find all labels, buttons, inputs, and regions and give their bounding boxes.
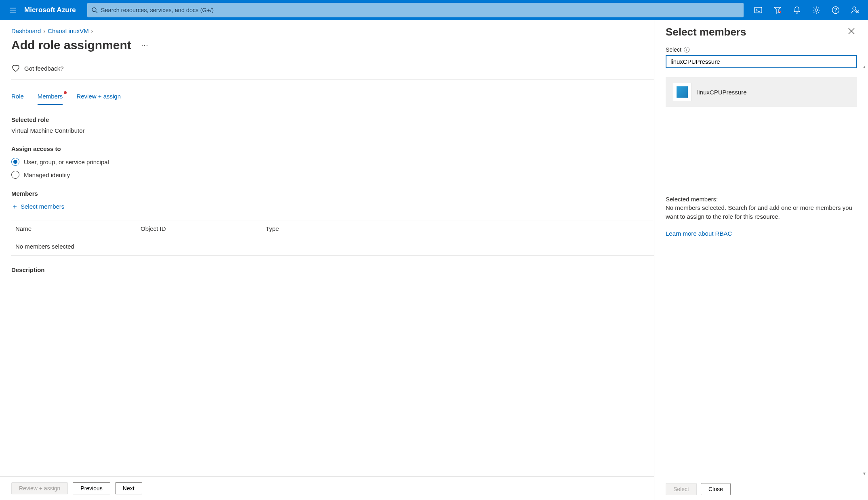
selected-members-block: Selected members: No members selected. S… [666,196,857,237]
radio-label-1: User, group, or service principal [24,159,109,165]
close-icon [848,27,855,35]
breadcrumb-resource[interactable]: ChaosLinuxVM [48,27,89,34]
result-avatar [673,83,691,101]
select-members-text: Select members [21,203,64,210]
account-icon [851,6,860,14]
search-icon [91,7,98,13]
select-field-text: Select [666,46,681,53]
panel-title: Select members [666,26,746,38]
info-icon[interactable]: i [684,47,689,52]
svg-line-1 [96,11,97,13]
member-search-input[interactable] [666,55,857,68]
svg-point-7 [853,7,856,10]
selected-members-message: No members selected. Search for and add … [666,203,857,221]
panel-header: Select members [654,20,868,42]
result-name: linuxCPUPressure [697,89,747,96]
learn-more-rbac-link[interactable]: Learn more about RBAC [666,230,732,237]
radio-selected-icon [11,158,19,166]
help-icon [832,6,840,14]
panel-scrollbar[interactable]: ▲ ▼ [862,65,867,273]
svg-point-6 [835,12,836,13]
col-object-id: Object ID [141,225,266,232]
panel-close-button[interactable] [846,26,857,36]
account-button[interactable] [845,0,865,20]
heart-icon [11,64,20,72]
svg-rect-2 [755,7,762,13]
app-icon [677,86,688,98]
settings-button[interactable] [807,0,826,20]
panel-body: Select i linuxCPUPressure Selected membe… [654,42,868,273]
global-search[interactable] [87,3,744,17]
brand-label[interactable]: Microsoft Azure [23,6,82,14]
svg-point-0 [92,8,96,12]
more-actions-button[interactable]: ⋯ [139,39,151,51]
hamburger-menu[interactable] [3,0,23,20]
tab-role[interactable]: Role [11,91,24,105]
topbar: Microsoft Azure [0,0,868,20]
svg-point-4 [815,9,818,11]
cloud-shell-icon [754,7,762,13]
chevron-right-icon: › [91,28,93,34]
radio-label-2: Managed identity [24,172,70,178]
topbar-actions [748,0,865,20]
attention-dot-icon [64,91,67,94]
feedback-label: Got feedback? [24,65,64,72]
cloud-shell-button[interactable] [748,0,768,20]
help-button[interactable] [826,0,845,20]
plus-icon: ＋ [11,202,18,211]
selected-members-header: Selected members: [666,196,857,203]
radio-unselected-icon [11,171,19,179]
tab-members[interactable]: Members [38,91,63,105]
page-title: Add role assignment [11,38,131,52]
notifications-button[interactable] [787,0,807,20]
select-members-panel: Select members Select i linuxCPUPressure… [654,20,868,273]
scroll-up-icon[interactable]: ▲ [862,65,866,69]
select-members-link[interactable]: ＋ Select members [11,202,64,211]
bell-icon [793,6,801,14]
col-name: Name [15,225,141,232]
tab-members-label: Members [38,93,63,100]
select-field-label: Select i [666,46,857,53]
global-search-input[interactable] [101,7,740,13]
filter-icon [773,6,782,14]
tab-review[interactable]: Review + assign [76,91,121,105]
chevron-right-icon: › [43,28,45,34]
search-result-item[interactable]: linuxCPUPressure [666,77,857,107]
gear-icon [812,6,820,14]
hamburger-icon [9,6,17,14]
directory-filter-button[interactable] [768,0,787,20]
breadcrumb-dashboard[interactable]: Dashboard [11,27,41,34]
